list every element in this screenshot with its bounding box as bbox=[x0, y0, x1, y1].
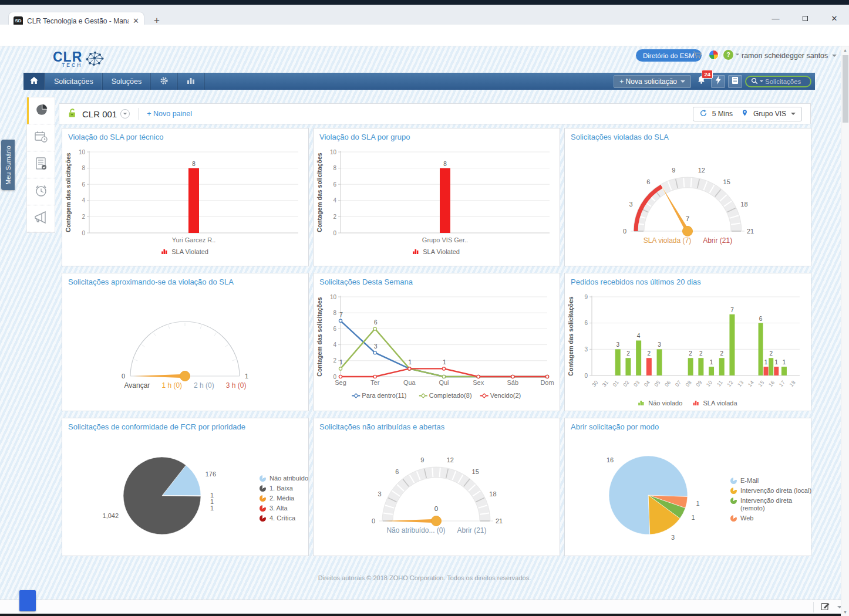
dashboard-name[interactable]: CLR 001 bbox=[82, 109, 117, 119]
svg-text:0: 0 bbox=[333, 230, 336, 236]
nav-reports-tab[interactable] bbox=[178, 73, 205, 90]
svg-text:2: 2 bbox=[720, 350, 723, 357]
chart-sla-violated-gauge[interactable]: 0369121518217 bbox=[565, 144, 811, 265]
chart-requests-this-week[interactable]: 0246810Contagem das solicitaçõesSegTerQu… bbox=[314, 289, 560, 409]
chart-requests-last-20-days[interactable]: 0369Contagem das solicitações30313012024… bbox=[565, 289, 811, 409]
panel-approaching-sla-violation: Solicitações aproximando-se da violação … bbox=[62, 273, 309, 411]
help-caret-icon[interactable] bbox=[736, 53, 739, 55]
summary-tab-label: Meu Sumário bbox=[5, 145, 12, 185]
sidebar-item-announcements[interactable] bbox=[27, 205, 55, 232]
svg-text:3: 3 bbox=[629, 201, 633, 208]
svg-text:2: 2 bbox=[82, 214, 85, 220]
panel-fcr-by-priority: Solicitações de conformidade de FCR por … bbox=[62, 418, 309, 556]
svg-text:Dom: Dom bbox=[540, 379, 554, 386]
nav-settings-tab[interactable] bbox=[151, 73, 178, 90]
site-filter-caret-icon[interactable] bbox=[791, 113, 796, 115]
panel-requests-last-20-days: Pedidos recebidos nos últimos 20 dias 03… bbox=[564, 273, 811, 411]
panel-title: Violação do SLA por grupo bbox=[319, 133, 410, 141]
svg-text:Contagem das solicitações: Contagem das solicitações bbox=[316, 153, 323, 232]
svg-text:0: 0 bbox=[372, 517, 375, 524]
sidebar-item-reminders[interactable] bbox=[27, 178, 55, 205]
svg-text:2: 2 bbox=[648, 350, 651, 357]
app-logo[interactable]: CLR TECH bbox=[53, 50, 105, 70]
svg-text:15: 15 bbox=[472, 468, 479, 475]
refresh-interval-icon[interactable] bbox=[699, 109, 708, 119]
svg-text:12: 12 bbox=[447, 456, 454, 463]
chart-unassigned-open-gauge[interactable]: 0369121518210 bbox=[314, 434, 560, 554]
chat-widget-button[interactable] bbox=[19, 590, 36, 611]
svg-text:17: 17 bbox=[778, 380, 786, 388]
scroll-down-arrow[interactable]: ▼ bbox=[841, 610, 849, 614]
panel-open-requests-by-mode: Abrir solicitação por modo 11316 E-MailI… bbox=[564, 418, 811, 556]
scroll-thumb[interactable] bbox=[843, 55, 848, 123]
new-request-caret-icon bbox=[680, 80, 685, 83]
svg-text:6: 6 bbox=[584, 320, 588, 326]
sidebar-item-dashboard[interactable] bbox=[27, 97, 55, 124]
chart-approaching-sla-gauge[interactable]: 01 bbox=[62, 289, 308, 409]
panel-sla-violation-by-group: Violação do SLA por grupo 0246810Contage… bbox=[313, 128, 560, 266]
svg-text:SLA violada: SLA violada bbox=[703, 400, 738, 407]
site-filter-label[interactable]: Grupo VIS bbox=[753, 110, 786, 118]
svg-text:1: 1 bbox=[245, 373, 248, 380]
divider bbox=[138, 108, 139, 120]
summary-slide-tab[interactable]: Meu Sumário bbox=[1, 140, 15, 190]
compose-icon[interactable] bbox=[821, 601, 830, 613]
cart-icon[interactable] bbox=[693, 50, 702, 62]
user-menu[interactable]: ramon scheidegger santos bbox=[742, 52, 837, 60]
bar-chart-icon bbox=[187, 77, 196, 86]
sidebar-item-scheduler[interactable] bbox=[27, 124, 55, 151]
sidebar-item-tasks[interactable] bbox=[27, 151, 55, 178]
svg-text:3: 3 bbox=[616, 341, 619, 348]
new-request-button[interactable]: + Nova solicitação bbox=[614, 75, 691, 88]
dashboard-filters: 5 Mins Grupo VIS bbox=[693, 107, 802, 121]
gauge-labels: SLA violada (7)Abrir (21) bbox=[565, 236, 811, 245]
svg-text:Para dentro(11): Para dentro(11) bbox=[362, 392, 406, 399]
nav-tab-solucoes[interactable]: Soluções bbox=[103, 73, 151, 90]
svg-text:Contagem das solicitações: Contagem das solicitações bbox=[567, 296, 574, 376]
svg-text:8: 8 bbox=[333, 165, 336, 171]
tab-close-icon[interactable]: ✕ bbox=[133, 16, 139, 25]
panel-title: Pedidos recebidos nos últimos 20 dias bbox=[571, 277, 701, 286]
refresh-interval-label[interactable]: 5 Mins bbox=[712, 110, 733, 118]
svg-text:1: 1 bbox=[696, 500, 700, 507]
dashboard-caret-icon[interactable] bbox=[120, 109, 130, 119]
svg-text:02: 02 bbox=[622, 380, 630, 388]
svg-text:18: 18 bbox=[789, 380, 797, 388]
svg-text:08: 08 bbox=[685, 380, 693, 388]
task-list-icon bbox=[35, 157, 48, 173]
svg-text:Seg: Seg bbox=[335, 379, 346, 386]
svg-text:6: 6 bbox=[333, 181, 336, 188]
panel-title: Solicitações aproximando-se da violação … bbox=[68, 277, 234, 286]
page-scrollbar[interactable]: ▲ ▼ bbox=[841, 46, 849, 616]
global-search[interactable] bbox=[745, 76, 811, 87]
svg-text:1: 1 bbox=[443, 359, 446, 365]
notifications-button[interactable]: 24 bbox=[694, 75, 708, 88]
svg-text:11: 11 bbox=[716, 380, 724, 388]
svg-text:6: 6 bbox=[333, 326, 336, 332]
lightning-icon bbox=[715, 76, 722, 87]
list-document-icon bbox=[732, 76, 739, 87]
chart-sla-violation-by-group[interactable]: 0246810Contagem das solicitações8Grupo V… bbox=[314, 144, 560, 265]
svg-text:1: 1 bbox=[409, 359, 412, 365]
nav-tab-solicitacoes[interactable]: Solicitações bbox=[45, 73, 103, 90]
svg-text:6: 6 bbox=[374, 319, 378, 326]
nav-home-tab[interactable] bbox=[23, 73, 45, 90]
svg-text:2: 2 bbox=[769, 350, 773, 357]
svg-text:10: 10 bbox=[705, 380, 713, 388]
new-panel-button[interactable]: + Novo painel bbox=[147, 110, 192, 118]
svg-text:SLA Violated: SLA Violated bbox=[423, 248, 460, 255]
search-input[interactable] bbox=[765, 78, 807, 85]
scroll-up-arrow[interactable]: ▲ bbox=[841, 48, 849, 52]
chart-sla-violation-by-technician[interactable]: 0246810Contagem das solicitações8Yuri Ga… bbox=[62, 144, 308, 265]
quick-actions-button[interactable] bbox=[711, 75, 725, 88]
help-icon[interactable]: ? bbox=[723, 50, 733, 60]
esm-directory-button[interactable]: Diretório do ESM bbox=[636, 49, 702, 62]
apps-grid-icon[interactable] bbox=[709, 50, 719, 60]
search-scope-caret-icon[interactable] bbox=[760, 80, 763, 82]
user-name: ramon scheidegger santos bbox=[742, 52, 828, 60]
svg-text:1: 1 bbox=[783, 359, 786, 365]
svg-text:2: 2 bbox=[333, 214, 336, 220]
recent-items-button[interactable] bbox=[728, 75, 742, 88]
svg-text:15: 15 bbox=[723, 178, 730, 185]
browser-toolbar: ← → Inseguro | suporte.clrtech.com.br/ap… bbox=[0, 25, 849, 46]
